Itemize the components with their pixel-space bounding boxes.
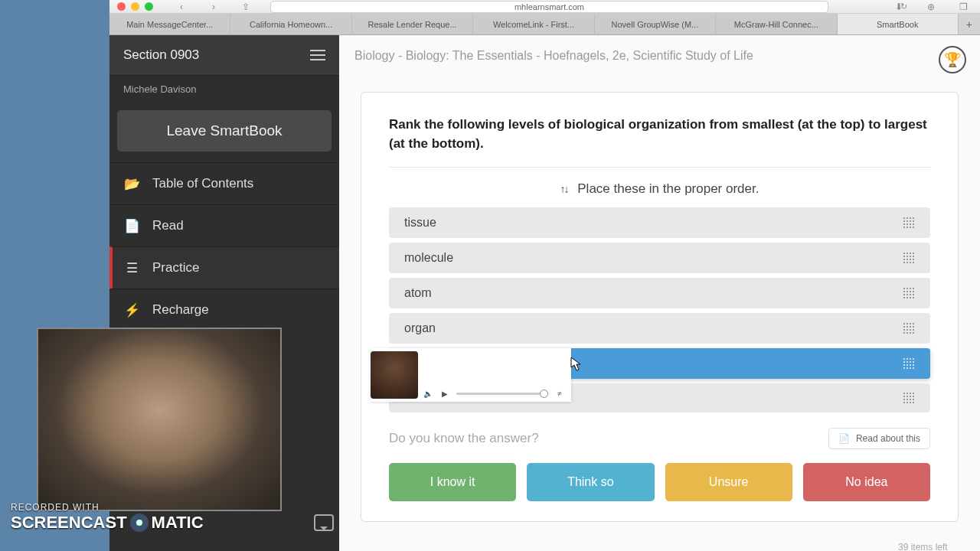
drag-handle-icon[interactable] bbox=[903, 287, 915, 299]
forward-button[interactable]: › bbox=[204, 1, 223, 13]
reload-icon[interactable]: ↻ bbox=[900, 2, 907, 11]
back-button[interactable]: ‹ bbox=[172, 1, 191, 13]
audio-slider[interactable] bbox=[456, 393, 548, 395]
unsure-button[interactable]: Unsure bbox=[665, 463, 792, 501]
drag-handle-icon[interactable] bbox=[903, 392, 915, 404]
section-header: Section 0903 bbox=[109, 35, 339, 76]
browser-tab[interactable]: Main MessageCenter... bbox=[109, 14, 230, 34]
user-name: Michele Davison bbox=[109, 76, 339, 103]
url-text: mhlearnsmart.com bbox=[514, 2, 584, 11]
sidebar-item-label: Practice bbox=[152, 260, 199, 276]
browser-toolbar: ‹ › ⇪ mhlearnsmart.com ↻ ⬇ ⊕ ❐ bbox=[109, 0, 980, 14]
drag-handle-icon[interactable] bbox=[903, 357, 915, 370]
share-button[interactable]: ⇪ bbox=[237, 1, 255, 13]
drag-handle-icon[interactable] bbox=[903, 322, 915, 334]
browser-tab[interactable]: WelcomeLink - First... bbox=[473, 14, 594, 34]
bolt-icon: ⚡ bbox=[123, 302, 140, 318]
sidebar-item-label: Read bbox=[152, 218, 184, 233]
divider bbox=[389, 167, 930, 168]
rank-item-label: tissue bbox=[404, 216, 436, 230]
browser-tabs: Main MessageCenter...California Homeown.… bbox=[109, 14, 980, 35]
browser-tab[interactable]: SmartBook bbox=[838, 14, 959, 34]
rank-item-label: organ bbox=[404, 321, 436, 335]
read-about-label: Read about this bbox=[856, 433, 920, 444]
minimize-window-icon[interactable] bbox=[131, 2, 139, 11]
sidebar-item-label: Recharge bbox=[152, 302, 209, 318]
new-tab-icon[interactable]: ⊕ bbox=[922, 1, 940, 13]
webcam-overlay bbox=[37, 328, 282, 511]
new-tab-button[interactable]: + bbox=[959, 14, 980, 34]
rank-item[interactable]: molecule bbox=[389, 243, 930, 273]
sidebar-item-recharge[interactable]: ⚡Recharge bbox=[109, 289, 339, 331]
think-so-button[interactable]: Think so bbox=[527, 463, 654, 501]
rank-item[interactable]: atom bbox=[389, 278, 930, 308]
instruction-text: Place these in the proper order. bbox=[577, 181, 759, 196]
sidebar-item-practice[interactable]: ☰Practice bbox=[109, 246, 339, 289]
know-question: Do you know the answer? bbox=[389, 431, 539, 446]
rank-item[interactable]: tissue bbox=[389, 207, 930, 238]
breadcrumb: Biology - Biology: The Essentials - Hoef… bbox=[339, 35, 980, 77]
url-bar[interactable]: mhlearnsmart.com ↻ bbox=[270, 1, 828, 13]
confidence-buttons: I know it Think so Unsure No idea bbox=[389, 463, 930, 501]
read-about-button[interactable]: 📄 Read about this bbox=[828, 428, 930, 449]
items-left: 39 items left bbox=[898, 542, 948, 551]
close-window-icon[interactable] bbox=[117, 2, 126, 11]
sidebar-item-table-of-contents[interactable]: 📂Table of Contents bbox=[109, 162, 339, 204]
trophy-icon[interactable]: 🏆 bbox=[939, 46, 966, 73]
instruction: ↑↓ Place these in the proper order. bbox=[389, 181, 930, 197]
browser-tab[interactable]: Resale Lender Reque... bbox=[352, 14, 473, 34]
folder-icon: 📂 bbox=[123, 175, 140, 192]
window-controls bbox=[117, 2, 153, 11]
browser-tab[interactable]: California Homeown... bbox=[230, 14, 351, 34]
no-idea-button[interactable]: No idea bbox=[803, 463, 930, 501]
watermark-line2: SCREENCAST MATIC bbox=[11, 513, 204, 533]
i-know-it-button[interactable]: I know it bbox=[389, 463, 516, 501]
list-icon: ☰ bbox=[123, 259, 140, 276]
sidebar-item-label: Table of Contents bbox=[152, 176, 253, 191]
document-icon: 📄 bbox=[838, 433, 850, 444]
leave-smartbook-button[interactable]: Leave SmartBook bbox=[117, 110, 332, 152]
watermark-logo-icon bbox=[130, 514, 149, 532]
settings-icon[interactable]: ≠ bbox=[554, 388, 565, 399]
rank-item-label: molecule bbox=[404, 251, 453, 265]
play-icon[interactable]: ▶ bbox=[439, 388, 450, 399]
drag-handle-icon[interactable] bbox=[903, 252, 915, 264]
slider-thumb[interactable] bbox=[540, 390, 548, 398]
tabs-overview-icon[interactable]: ❐ bbox=[954, 1, 972, 13]
rank-item-label: atom bbox=[404, 286, 432, 300]
main-content: Biology - Biology: The Essentials - Hoef… bbox=[339, 35, 980, 551]
presenter-avatar bbox=[371, 351, 418, 399]
question-prompt: Rank the following levels of biological … bbox=[389, 116, 930, 153]
rank-item[interactable]: organ bbox=[389, 313, 930, 344]
page-icon: 📄 bbox=[123, 217, 140, 234]
know-row: Do you know the answer? 📄 Read about thi… bbox=[389, 428, 930, 449]
updown-icon: ↑↓ bbox=[560, 183, 568, 195]
question-card: Rank the following levels of biological … bbox=[361, 92, 959, 522]
section-title: Section 0903 bbox=[123, 47, 199, 63]
sidebar-item-read[interactable]: 📄Read bbox=[109, 204, 339, 246]
watermark-line1: RECORDED WITH bbox=[11, 502, 204, 513]
mute-icon[interactable]: 🔈 bbox=[423, 388, 433, 399]
drag-handle-icon[interactable] bbox=[903, 217, 915, 229]
menu-icon[interactable] bbox=[310, 50, 325, 60]
avatar-audio-overlay: 🔈 ▶ ≠ bbox=[371, 348, 571, 402]
browser-tab[interactable]: McGraw-Hill Connec... bbox=[716, 14, 837, 34]
fullscreen-window-icon[interactable] bbox=[145, 2, 153, 11]
browser-tab[interactable]: Novell GroupWise (M... bbox=[595, 14, 716, 34]
watermark: RECORDED WITH SCREENCAST MATIC bbox=[11, 502, 204, 533]
feedback-icon[interactable] bbox=[314, 514, 334, 531]
